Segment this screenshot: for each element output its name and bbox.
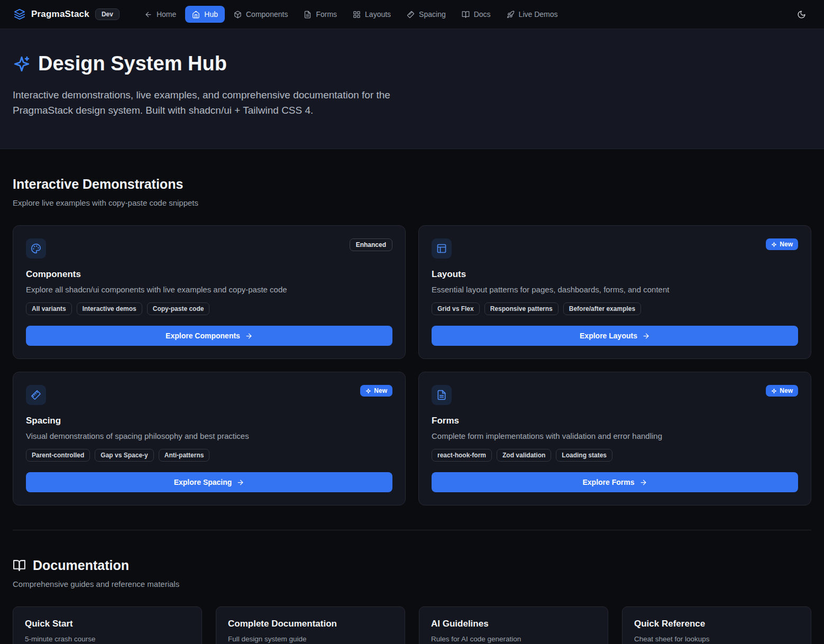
demos-heading: Interactive Demonstrations <box>13 177 811 192</box>
arrow-right-icon <box>245 332 253 340</box>
tag: Grid vs Flex <box>432 302 480 315</box>
new-badge: New <box>766 238 798 250</box>
navbar: PragmaStack Dev Home Hub Components Fo <box>0 0 824 29</box>
file-text-icon <box>304 11 312 19</box>
explore-layouts-button[interactable]: Explore Layouts <box>432 326 798 346</box>
nav-label: Forms <box>316 10 337 19</box>
documentation-heading-text: Documentation <box>33 558 129 573</box>
tag: Interactive demos <box>77 302 142 315</box>
layers-logo-icon <box>14 8 25 20</box>
tag: Loading states <box>556 449 612 462</box>
tag: Zod validation <box>497 449 551 462</box>
tag-list: All variants Interactive demos Copy-past… <box>26 302 392 315</box>
home-icon <box>192 11 200 19</box>
tag: Copy-paste code <box>147 302 210 315</box>
cta-label: Explore Layouts <box>580 332 637 340</box>
badge-label: New <box>374 387 387 394</box>
demos-subheading: Explore live examples with copy-paste co… <box>13 198 811 207</box>
new-badge: New <box>766 385 798 397</box>
tag: Before/after examples <box>563 302 641 315</box>
tag: Parent-controlled <box>26 449 90 462</box>
sparkle-icon <box>365 388 371 394</box>
hero-subtitle: Interactive demonstrations, live example… <box>13 88 407 118</box>
tag: All variants <box>26 302 72 315</box>
box-icon <box>234 11 242 19</box>
card-description: Essential layout patterns for pages, das… <box>432 285 798 294</box>
arrow-right-icon <box>236 479 244 486</box>
demo-card-forms: New Forms Complete form implementations … <box>418 372 811 505</box>
nav-item-forms[interactable]: Forms <box>297 6 344 23</box>
doc-card-title: Quick Reference <box>634 619 799 629</box>
doc-card-description: Rules for AI code generation <box>431 635 596 643</box>
card-title: Components <box>26 269 392 280</box>
env-badge: Dev <box>95 8 120 20</box>
badge-label: New <box>780 387 793 394</box>
sparkle-icon <box>771 388 777 394</box>
moon-icon <box>797 10 806 19</box>
sparkle-icon <box>771 242 777 247</box>
main-content: Interactive Demonstrations Explore live … <box>0 149 824 644</box>
explore-forms-button[interactable]: Explore Forms <box>432 472 798 492</box>
sparkles-icon <box>13 55 31 73</box>
doc-card-description: Full design system guide <box>228 635 393 643</box>
nav-item-components[interactable]: Components <box>227 6 295 23</box>
card-header: Enhanced <box>26 238 392 259</box>
cta-label: Explore Spacing <box>174 478 232 486</box>
doc-card-description: Cheat sheet for lookups <box>634 635 799 643</box>
doc-card-quick-start[interactable]: Quick Start 5-minute crash course <box>13 606 202 644</box>
nav-label: Live Demos <box>519 10 558 19</box>
card-header: New <box>26 385 392 405</box>
nav-item-spacing[interactable]: Spacing <box>400 6 453 23</box>
card-title: Spacing <box>26 416 392 426</box>
nav-label: Docs <box>474 10 491 19</box>
arrow-right-icon <box>642 332 650 340</box>
tag: Anti-patterns <box>159 449 210 462</box>
page-title-text: Design System Hub <box>38 52 227 75</box>
enhanced-badge: Enhanced <box>350 238 392 251</box>
hero-section: Design System Hub Interactive demonstrat… <box>0 29 824 149</box>
section-divider <box>13 530 811 530</box>
theme-toggle-button[interactable] <box>793 6 810 23</box>
doc-cards-grid: Quick Start 5-minute crash course Comple… <box>13 606 811 644</box>
nav-item-layouts[interactable]: Layouts <box>346 6 398 23</box>
nav-item-live-demos[interactable]: Live Demos <box>500 6 565 23</box>
brand-group: PragmaStack Dev <box>14 8 120 20</box>
layout-panel-icon <box>432 238 452 259</box>
page-title: Design System Hub <box>13 52 811 75</box>
explore-spacing-button[interactable]: Explore Spacing <box>26 472 392 492</box>
nav-item-hub[interactable]: Hub <box>185 6 225 23</box>
cta-label: Explore Forms <box>582 478 634 486</box>
ruler-icon <box>26 385 46 405</box>
book-open-icon <box>13 559 26 572</box>
nav-label: Components <box>246 10 288 19</box>
rocket-icon <box>507 11 515 19</box>
brand-name: PragmaStack <box>31 9 89 20</box>
nav-label: Home <box>157 10 176 19</box>
tag-list: Grid vs Flex Responsive patterns Before/… <box>432 302 798 315</box>
card-description: Complete form implementations with valid… <box>432 431 798 440</box>
doc-card-complete-documentation[interactable]: Complete Documentation Full design syste… <box>216 606 405 644</box>
badge-label: New <box>780 241 793 248</box>
tag-list: react-hook-form Zod validation Loading s… <box>432 449 798 462</box>
ruler-icon <box>407 11 415 19</box>
doc-card-description: 5-minute crash course <box>25 635 190 643</box>
nav-item-docs[interactable]: Docs <box>455 6 498 23</box>
card-description: Visual demonstrations of spacing philoso… <box>26 431 392 440</box>
doc-card-title: Complete Documentation <box>228 619 393 629</box>
explore-components-button[interactable]: Explore Components <box>26 326 392 346</box>
tag: react-hook-form <box>432 449 492 462</box>
arrow-left-icon <box>144 11 152 19</box>
demo-card-components: Enhanced Components Explore all shadcn/u… <box>13 225 406 359</box>
doc-card-quick-reference[interactable]: Quick Reference Cheat sheet for lookups <box>622 606 811 644</box>
layout-grid-icon <box>353 11 361 19</box>
tag: Responsive patterns <box>484 302 559 315</box>
nav-label: Layouts <box>365 10 391 19</box>
documentation-subheading: Comprehensive guides and reference mater… <box>13 579 811 588</box>
demo-card-layouts: New Layouts Essential layout patterns fo… <box>418 225 811 359</box>
book-open-icon <box>462 11 470 19</box>
new-badge: New <box>360 385 392 397</box>
doc-card-title: Quick Start <box>25 619 190 629</box>
nav-item-home[interactable]: Home <box>138 6 183 23</box>
card-header: New <box>432 385 798 405</box>
doc-card-ai-guidelines[interactable]: AI Guidelines Rules for AI code generati… <box>419 606 608 644</box>
